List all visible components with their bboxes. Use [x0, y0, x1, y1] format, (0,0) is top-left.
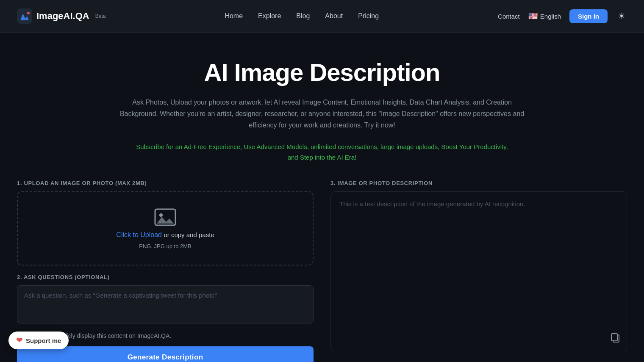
brand-name: ImageAI.QA — [36, 11, 89, 22]
contact-link[interactable]: Contact — [498, 13, 520, 20]
image-upload-icon — [154, 207, 176, 227]
two-col-layout: 1. UPLOAD AN IMAGE OR PHOTO (MAX 2MB) Cl… — [17, 180, 627, 362]
nav-blog[interactable]: Blog — [296, 12, 310, 20]
nav-about[interactable]: About — [325, 12, 343, 20]
upload-section-label: 1. UPLOAD AN IMAGE OR PHOTO (MAX 2MB) — [17, 180, 314, 186]
navbar-brand: ImageAI.QA Beta — [17, 8, 105, 24]
question-textarea[interactable] — [17, 285, 314, 323]
nav-home[interactable]: Home — [225, 12, 243, 20]
subscribe-text: Subscribe for an Ad-Free Experience, Use… — [131, 141, 513, 163]
description-area: This is a text description of the image … — [330, 191, 627, 352]
navbar: ImageAI.QA Beta Home Explore Blog About … — [0, 0, 644, 33]
navbar-right: Contact 🇺🇸 English Sign In ☀ — [498, 9, 627, 23]
beta-badge: Beta — [95, 13, 106, 19]
description-placeholder: This is a text description of the image … — [339, 200, 525, 207]
copy-icon[interactable] — [611, 333, 620, 345]
navbar-center: Home Explore Blog About Pricing — [225, 12, 379, 20]
signin-button[interactable]: Sign In — [569, 9, 608, 23]
svg-point-3 — [159, 213, 163, 217]
upload-click-link[interactable]: Click to Upload — [116, 231, 162, 238]
flag-icon: 🇺🇸 — [528, 11, 538, 21]
nav-pricing[interactable]: Pricing — [358, 12, 379, 20]
support-button[interactable]: ❤ Support me — [8, 332, 69, 349]
page-description: Ask Photos, Upload your photos or artwor… — [114, 97, 530, 131]
language-selector[interactable]: 🇺🇸 English — [528, 11, 561, 21]
upload-subtext: PNG, JPG up to 2MB — [139, 243, 192, 249]
support-heart-icon: ❤ — [16, 336, 22, 345]
support-label: Support me — [26, 337, 61, 344]
svg-rect-0 — [17, 8, 32, 24]
description-section-label: 3. IMAGE OR PHOTO DESCRIPTION — [330, 180, 627, 186]
logo-icon — [17, 8, 32, 24]
question-section-label: 2. ASK QUESTIONS (OPTIONAL) — [17, 274, 314, 280]
theme-toggle-button[interactable]: ☀ — [616, 9, 627, 23]
upload-click-row: Click to Upload or copy and paste — [116, 231, 214, 239]
page-title: AI Image Description — [17, 58, 627, 86]
language-label: English — [540, 13, 561, 20]
svg-rect-5 — [611, 334, 617, 341]
upload-or-text: or copy and paste — [164, 231, 214, 238]
right-column: 3. IMAGE OR PHOTO DESCRIPTION This is a … — [330, 180, 627, 362]
svg-point-1 — [27, 12, 30, 14]
nav-explore[interactable]: Explore — [258, 12, 281, 20]
main-content: AI Image Description Ask Photos, Upload … — [0, 33, 644, 362]
upload-area[interactable]: Click to Upload or copy and paste PNG, J… — [17, 191, 314, 265]
